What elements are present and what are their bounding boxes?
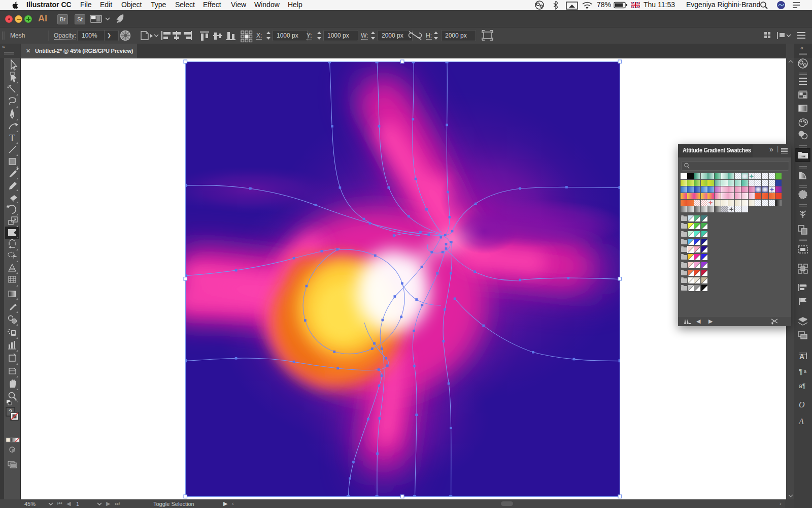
svg-text:O: O (799, 400, 805, 409)
svg-text:A: A (799, 353, 804, 361)
svg-text:¶: ¶ (799, 367, 803, 375)
svg-text:«: « (800, 45, 803, 51)
svg-text:a: a (804, 369, 806, 374)
svg-text:a¶: a¶ (799, 383, 805, 390)
svg-text:T: T (9, 133, 15, 143)
svg-text:A: A (798, 417, 804, 426)
